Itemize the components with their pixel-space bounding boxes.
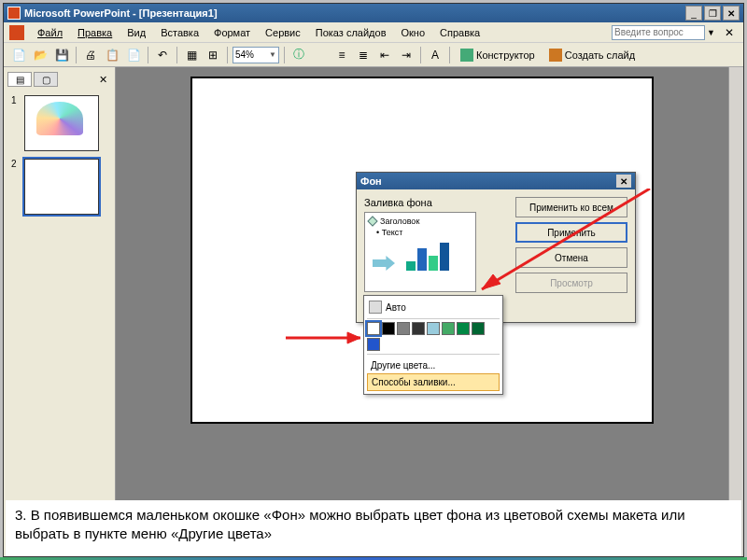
apply-button[interactable]: Применить xyxy=(515,222,627,243)
title-bar: Microsoft PowerPoint - [Презентация1] _ … xyxy=(4,4,743,22)
slide-canvas[interactable]: Фон ✕ Заливка фона Заголовок • Текст xyxy=(190,77,654,424)
help-dropdown-arrow[interactable]: ▼ xyxy=(707,28,715,37)
color-swatch[interactable] xyxy=(457,322,470,335)
dialog-title: Фон xyxy=(360,175,382,187)
designer-icon xyxy=(460,49,473,62)
font-icon[interactable]: A xyxy=(426,46,444,64)
toolbar: 📄 📂 💾 🖨 📋 📄 ↶ ▦ ⊞ 54% ▼ ⓘ ≡ ≣ ⇤ ⇥ A Конс… xyxy=(4,43,743,67)
diamond-icon xyxy=(367,216,377,226)
help-icon[interactable]: ⓘ xyxy=(289,46,308,64)
fill-effects-item[interactable]: Способы заливки... xyxy=(367,373,500,391)
dialog-title-bar[interactable]: Фон ✕ xyxy=(357,173,635,189)
powerpoint-icon xyxy=(7,7,21,20)
new-slide-button[interactable]: Создать слайд xyxy=(543,46,641,64)
svg-marker-3 xyxy=(347,332,360,343)
save-icon[interactable]: 💾 xyxy=(52,46,71,64)
slide-stage[interactable]: Фон ✕ Заливка фона Заголовок • Текст xyxy=(116,67,728,556)
outdent-icon[interactable]: ⇤ xyxy=(375,46,394,64)
group-label: Заливка фона xyxy=(364,197,508,208)
chevron-down-icon: ▼ xyxy=(269,50,276,59)
table-icon[interactable]: ▦ xyxy=(182,46,201,64)
document-icon xyxy=(9,25,24,40)
dialog-close-button[interactable]: ✕ xyxy=(616,175,631,188)
restore-button[interactable]: ❐ xyxy=(704,6,721,21)
thumb-row: 2 xyxy=(11,159,107,215)
bullets-icon[interactable]: ≡ xyxy=(332,46,351,64)
menu-file[interactable]: Файл xyxy=(30,25,70,40)
menu-bar: Файл Правка Вид Вставка Формат Сервис По… xyxy=(4,22,743,43)
doc-close-button[interactable]: ✕ xyxy=(721,26,738,39)
color-swatch[interactable] xyxy=(382,322,395,335)
menu-window[interactable]: Окно xyxy=(394,25,433,40)
menu-slideshow[interactable]: Показ слайдов xyxy=(308,25,394,40)
minimize-button[interactable]: _ xyxy=(685,6,702,21)
help-input[interactable] xyxy=(612,25,705,40)
slide-panel: ▤ ▢ ✕ 1 2 xyxy=(4,67,116,556)
color-swatch[interactable] xyxy=(397,322,410,335)
close-button[interactable]: ✕ xyxy=(723,6,740,21)
open-icon[interactable]: 📂 xyxy=(31,46,49,64)
more-colors-item[interactable]: Другие цвета... xyxy=(367,357,500,373)
copy-icon[interactable]: 📋 xyxy=(103,46,121,64)
bar-icon xyxy=(406,261,416,271)
preview-button[interactable]: Просмотр xyxy=(515,273,627,293)
content-area: ▤ ▢ ✕ 1 2 Фон ✕ xyxy=(4,67,743,556)
auto-swatch xyxy=(369,301,382,314)
bar-icon xyxy=(440,243,449,271)
designer-button[interactable]: Конструктор xyxy=(455,46,541,64)
grid-icon[interactable]: ⊞ xyxy=(204,46,222,64)
new-icon[interactable]: 📄 xyxy=(9,46,28,64)
thumbnails: 1 2 xyxy=(7,91,111,218)
color-swatch[interactable] xyxy=(412,322,425,335)
indent-icon[interactable]: ⇥ xyxy=(397,46,416,64)
caption-text: 3. В появившемся маленьком окошке «Фон» … xyxy=(15,507,685,541)
paste-icon[interactable]: 📄 xyxy=(124,46,143,64)
help-search: ▼ ✕ xyxy=(612,25,738,40)
dialog-buttons: Применить ко всем Применить Отмена Просм… xyxy=(515,197,627,315)
pv-shapes xyxy=(373,243,472,271)
menu-view[interactable]: Вид xyxy=(120,25,153,40)
bar-icon xyxy=(429,256,438,271)
color-scheme-row xyxy=(367,322,500,335)
vertical-scrollbar[interactable] xyxy=(728,67,743,556)
color-popup: Авто xyxy=(363,295,503,395)
menu-edit[interactable]: Правка xyxy=(70,25,120,40)
thumb-number: 2 xyxy=(11,159,21,169)
caption: 3. В появившемся маленьком окошке «Фон» … xyxy=(6,500,741,556)
zoom-combo[interactable]: 54% ▼ xyxy=(233,47,279,63)
print-icon[interactable]: 🖨 xyxy=(81,46,100,64)
slides-tab[interactable]: ▢ xyxy=(34,72,58,87)
pv-title-row: Заголовок xyxy=(369,217,472,226)
thumb-number: 1 xyxy=(11,95,21,105)
thumb-row: 1 xyxy=(11,95,107,151)
numlist-icon[interactable]: ≣ xyxy=(354,46,373,64)
app-window: Microsoft PowerPoint - [Презентация1] _ … xyxy=(3,3,744,557)
pv-bullet-row: • Текст xyxy=(376,228,472,237)
zoom-value: 54% xyxy=(235,49,254,60)
title-bar-text: Microsoft PowerPoint - [Презентация1] xyxy=(24,7,685,19)
menu-insert[interactable]: Вставка xyxy=(153,25,206,40)
menu-format[interactable]: Формат xyxy=(206,25,258,40)
color-swatch[interactable] xyxy=(367,322,380,335)
outline-tab[interactable]: ▤ xyxy=(7,72,32,87)
undo-icon[interactable]: ↶ xyxy=(153,46,172,64)
thumb1-graphic xyxy=(36,102,83,135)
color-swatch[interactable] xyxy=(367,338,380,351)
recent-colors-row xyxy=(367,338,500,351)
menu-help[interactable]: Справка xyxy=(432,25,487,40)
color-swatch[interactable] xyxy=(442,322,455,335)
cancel-button[interactable]: Отмена xyxy=(515,247,627,268)
arrow-shape-icon xyxy=(373,256,395,271)
slide-thumb-1[interactable] xyxy=(24,95,99,151)
auto-color-row[interactable]: Авто xyxy=(367,299,500,315)
new-slide-icon xyxy=(549,49,562,62)
fill-preview: Заголовок • Текст xyxy=(364,212,476,292)
apply-all-button[interactable]: Применить ко всем xyxy=(515,197,627,217)
color-swatch[interactable] xyxy=(427,322,440,335)
menu-tools[interactable]: Сервис xyxy=(258,25,308,40)
panel-close-button[interactable]: ✕ xyxy=(95,74,111,86)
color-swatch[interactable] xyxy=(472,322,485,335)
bar-icon xyxy=(417,248,427,271)
slide-thumb-2[interactable] xyxy=(24,159,99,215)
panel-tabs: ▤ ▢ ✕ xyxy=(7,71,111,88)
